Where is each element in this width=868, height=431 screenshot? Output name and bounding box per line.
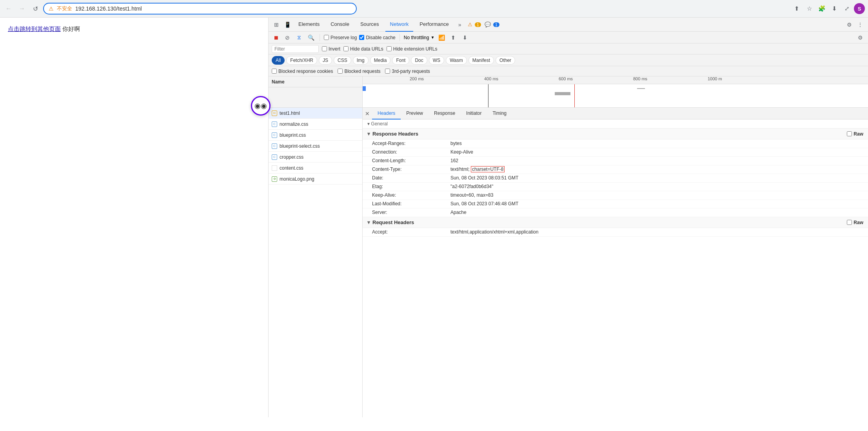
detail-close-button[interactable]: ✕ bbox=[363, 109, 372, 118]
file-item-monicalogopng[interactable]: ⚙ monicaLogo.png bbox=[269, 174, 362, 185]
response-raw-checkbox[interactable]: Raw bbox=[847, 131, 863, 137]
clear-button[interactable]: ⊘ bbox=[283, 33, 292, 42]
detail-tab-preview[interactable]: Preview bbox=[401, 108, 429, 120]
blocked-requests-checkbox[interactable]: Blocked requests bbox=[338, 69, 380, 74]
devtools-more-button[interactable]: ⋮ bbox=[855, 20, 865, 29]
reload-button[interactable]: ↺ bbox=[30, 3, 41, 14]
type-btn-all[interactable]: All bbox=[272, 56, 285, 65]
page-content: 点击跳转到其他页面 你好啊 ◉◉ ⊞ 📱 Elements Console So… bbox=[0, 18, 868, 417]
security-warning-icon: ⚠ bbox=[49, 5, 54, 12]
type-btn-img[interactable]: Img bbox=[353, 56, 369, 65]
file-item-contentcss[interactable]: content.css bbox=[269, 163, 362, 174]
content-type-highlighted: charset=UTF-8 bbox=[471, 166, 505, 172]
blocked-row: Blocked response cookies Blocked request… bbox=[269, 66, 868, 76]
triangle-icon: ▾ bbox=[367, 131, 370, 137]
filter-row: Invert Hide data URLs Hide extension URL… bbox=[269, 43, 868, 54]
type-btn-media[interactable]: Media bbox=[370, 56, 391, 65]
header-server: Server: Apache bbox=[363, 208, 868, 217]
file-list-header: Name bbox=[269, 76, 362, 87]
file-item-croppercss[interactable]: C cropper.css bbox=[269, 152, 362, 163]
floating-inspector: ◉◉ bbox=[251, 96, 271, 116]
warning-icon: ⚠ bbox=[468, 22, 472, 27]
css-file-icon-normalize: C bbox=[272, 121, 277, 127]
more-tabs-button[interactable]: » bbox=[455, 20, 465, 29]
file-item-normalizecss[interactable]: C normalize.css bbox=[269, 119, 362, 130]
detail-tab-headers[interactable]: Headers bbox=[372, 108, 401, 120]
hide-extension-urls-checkbox[interactable]: Hide extension URLs bbox=[387, 46, 438, 52]
search-button[interactable]: 🔍 bbox=[306, 33, 316, 42]
extension-button[interactable]: 🧩 bbox=[816, 3, 827, 14]
network-settings-button[interactable]: ⚙ bbox=[855, 33, 865, 42]
tab-sources[interactable]: Sources bbox=[356, 18, 384, 32]
device-toolbar-button[interactable]: 📱 bbox=[283, 20, 292, 29]
css-file-icon-blueprint: C bbox=[272, 132, 277, 138]
invert-checkbox[interactable]: Invert bbox=[322, 46, 340, 52]
floating-icon: ◉◉ bbox=[254, 101, 267, 110]
console-icon: 💬 bbox=[485, 22, 491, 27]
timeline-left: Name bbox=[269, 76, 363, 107]
type-btn-wasm[interactable]: Wasm bbox=[446, 56, 467, 65]
type-btn-other[interactable]: Other bbox=[496, 56, 515, 65]
img-file-icon-monicalogo: ⚙ bbox=[272, 176, 277, 182]
blocked-cookies-checkbox[interactable]: Blocked response cookies bbox=[272, 69, 333, 74]
import-har-button[interactable]: ⬆ bbox=[449, 33, 458, 42]
bookmark-button[interactable]: ☆ bbox=[804, 3, 815, 14]
tab-performance[interactable]: Performance bbox=[415, 18, 453, 32]
file-item-blueprintselectcss[interactable]: C blueprint-select.css bbox=[269, 141, 362, 152]
detail-tab-timing[interactable]: Timing bbox=[487, 108, 512, 120]
tab-elements[interactable]: Elements bbox=[294, 18, 324, 32]
tab-console[interactable]: Console bbox=[326, 18, 354, 32]
ruler-400ms: 400 ms bbox=[484, 76, 498, 81]
detail-tabs: ✕ Headers Preview Response Initiator Tim… bbox=[363, 108, 868, 120]
type-btn-manifest[interactable]: Manifest bbox=[469, 56, 494, 65]
type-btn-ws[interactable]: WS bbox=[429, 56, 444, 65]
triangle-icon-req: ▾ bbox=[367, 219, 370, 225]
type-btn-css[interactable]: CSS bbox=[334, 56, 351, 65]
response-headers-section[interactable]: ▾ Response Headers Raw bbox=[363, 129, 868, 139]
back-button[interactable]: ← bbox=[3, 3, 14, 14]
warning-badge: 1 bbox=[475, 22, 481, 27]
hide-data-urls-checkbox[interactable]: Hide data URLs bbox=[343, 46, 383, 52]
file-item-test1html[interactable]: H test1.html bbox=[269, 108, 362, 119]
nav-bar: ← → ↺ ⚠ 不安全 192.168.126.130/test1.html ⬆… bbox=[0, 0, 868, 17]
third-party-checkbox[interactable]: 3rd-party requests bbox=[385, 69, 430, 74]
headers-above-fold: ▾ General bbox=[363, 120, 868, 129]
export-har-button[interactable]: ⬇ bbox=[460, 33, 470, 42]
detail-panel: ✕ Headers Preview Response Initiator Tim… bbox=[363, 108, 868, 417]
online-icon-button[interactable]: 📶 bbox=[437, 33, 446, 42]
browser-chrome: ← → ↺ ⚠ 不安全 192.168.126.130/test1.html ⬆… bbox=[0, 0, 868, 18]
inspect-element-button[interactable]: ⊞ bbox=[272, 20, 281, 29]
timeline-right: 200 ms 400 ms 600 ms 800 ms 1000 m bbox=[363, 76, 868, 107]
header-last-modified: Last-Modified: Sun, 08 Oct 2023 07:46:48… bbox=[363, 200, 868, 208]
request-headers-section[interactable]: ▾ Request Headers Raw bbox=[363, 217, 868, 228]
devtools-toolbar2: ⏹ ⊘ ⧖ 🔍 Preserve log Disable cache No th… bbox=[269, 32, 868, 43]
page-link[interactable]: 点击跳转到其他页面 bbox=[8, 25, 61, 33]
type-filter-row: All Fetch/XHR JS CSS Img Media Font Doc … bbox=[269, 54, 868, 66]
forward-button[interactable]: → bbox=[16, 3, 27, 14]
header-content-length: Content-Length: 162 bbox=[363, 157, 868, 165]
throttle-selector[interactable]: No throttling ▼ bbox=[404, 35, 435, 40]
share-button[interactable]: ⬆ bbox=[791, 3, 802, 14]
page-body-text: 你好啊 bbox=[62, 25, 80, 33]
file-item-blueprintcss[interactable]: C blueprint.css bbox=[269, 130, 362, 141]
record-stop-button[interactable]: ⏹ bbox=[272, 33, 280, 42]
type-btn-doc[interactable]: Doc bbox=[411, 56, 427, 65]
disable-cache-checkbox[interactable]: Disable cache bbox=[359, 35, 395, 40]
filter-input[interactable] bbox=[272, 45, 319, 53]
preserve-log-checkbox[interactable]: Preserve log bbox=[324, 35, 357, 40]
type-btn-fetch-xhr[interactable]: Fetch/XHR bbox=[286, 56, 317, 65]
filter-button[interactable]: ⧖ bbox=[294, 33, 304, 42]
request-raw-checkbox[interactable]: Raw bbox=[847, 220, 863, 225]
header-content-type: Content-Type: text/html; charset=UTF-8 bbox=[363, 165, 868, 174]
expand-button[interactable]: ⤢ bbox=[841, 3, 852, 14]
type-btn-js[interactable]: JS bbox=[319, 56, 332, 65]
detail-tab-initiator[interactable]: Initiator bbox=[461, 108, 487, 120]
header-accept-ranges: Accept-Ranges: bytes bbox=[363, 139, 868, 148]
type-btn-font[interactable]: Font bbox=[392, 56, 409, 65]
profile-button[interactable]: S bbox=[854, 3, 865, 14]
tab-network[interactable]: Network bbox=[385, 18, 414, 32]
devtools-settings-button[interactable]: ⚙ bbox=[844, 20, 854, 29]
detail-tab-response[interactable]: Response bbox=[429, 108, 461, 120]
address-bar[interactable]: ⚠ 不安全 192.168.126.130/test1.html bbox=[43, 3, 357, 14]
download-button[interactable]: ⬇ bbox=[829, 3, 840, 14]
